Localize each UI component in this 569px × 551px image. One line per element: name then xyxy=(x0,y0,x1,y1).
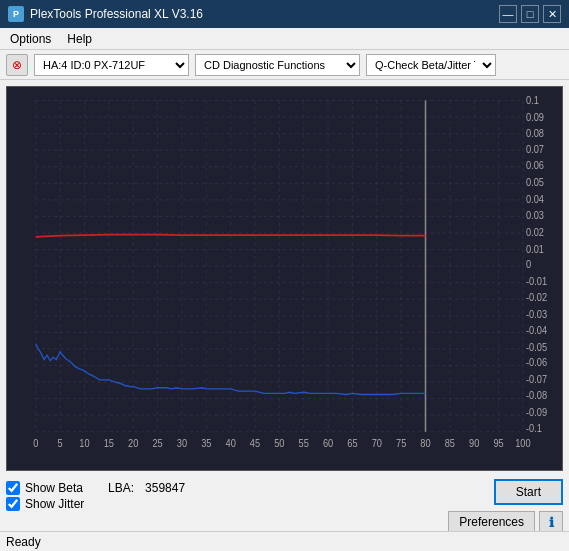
bottom-buttons: Preferences ℹ xyxy=(448,511,563,533)
svg-text:0.08: 0.08 xyxy=(526,127,544,138)
svg-text:70: 70 xyxy=(372,438,383,449)
svg-text:0.01: 0.01 xyxy=(526,243,544,254)
svg-text:40: 40 xyxy=(226,438,237,449)
svg-text:20: 20 xyxy=(128,438,139,449)
right-panel: Start Preferences ℹ xyxy=(448,477,563,533)
svg-text:0: 0 xyxy=(526,259,532,270)
svg-text:-0.07: -0.07 xyxy=(526,374,547,385)
lba-value: 359847 xyxy=(145,481,185,495)
svg-text:-0.02: -0.02 xyxy=(526,292,547,303)
svg-text:25: 25 xyxy=(152,438,162,449)
show-jitter-label: Show Jitter xyxy=(25,497,84,511)
svg-text:0: 0 xyxy=(33,438,39,449)
show-jitter-row: Show Jitter xyxy=(6,497,185,511)
svg-text:0.07: 0.07 xyxy=(526,144,544,155)
show-jitter-checkbox[interactable] xyxy=(6,497,20,511)
show-beta-label: Show Beta xyxy=(25,481,83,495)
svg-text:65: 65 xyxy=(347,438,357,449)
main-content: High Low xyxy=(0,80,569,551)
status-bar: Ready xyxy=(0,531,569,551)
info-button[interactable]: ℹ xyxy=(539,511,563,533)
svg-text:-0.05: -0.05 xyxy=(526,341,547,352)
svg-text:50: 50 xyxy=(274,438,285,449)
title-bar: P PlexTools Professional XL V3.16 — □ ✕ xyxy=(0,0,569,28)
svg-text:-0.09: -0.09 xyxy=(526,407,547,418)
svg-text:-0.08: -0.08 xyxy=(526,390,547,401)
svg-text:75: 75 xyxy=(396,438,406,449)
svg-text:80: 80 xyxy=(420,438,431,449)
svg-text:-0.01: -0.01 xyxy=(526,276,547,287)
function-select[interactable]: CD Diagnostic Functions xyxy=(195,54,360,76)
svg-rect-0 xyxy=(7,87,562,470)
chart-svg: 0.1 0.09 0.08 0.07 0.06 0.05 0.04 0.03 0… xyxy=(7,87,562,470)
svg-text:45: 45 xyxy=(250,438,260,449)
menu-help[interactable]: Help xyxy=(61,30,98,48)
svg-text:-0.06: -0.06 xyxy=(526,357,547,368)
svg-text:100: 100 xyxy=(515,438,531,449)
svg-text:-0.1: -0.1 xyxy=(526,422,542,433)
svg-text:85: 85 xyxy=(445,438,455,449)
window-title: PlexTools Professional XL V3.16 xyxy=(30,7,203,21)
svg-text:30: 30 xyxy=(177,438,188,449)
svg-text:0.05: 0.05 xyxy=(526,177,544,188)
svg-text:0.1: 0.1 xyxy=(526,94,539,105)
svg-text:0.06: 0.06 xyxy=(526,160,544,171)
svg-text:60: 60 xyxy=(323,438,334,449)
menu-options[interactable]: Options xyxy=(4,30,57,48)
drive-select[interactable]: HA:4 ID:0 PX-712UF xyxy=(34,54,189,76)
svg-text:15: 15 xyxy=(104,438,114,449)
svg-text:90: 90 xyxy=(469,438,480,449)
drive-button[interactable]: ⊗ xyxy=(6,54,28,76)
minimize-button[interactable]: — xyxy=(499,5,517,23)
close-button[interactable]: ✕ xyxy=(543,5,561,23)
lba-label: LBA: xyxy=(108,481,134,495)
svg-text:0.09: 0.09 xyxy=(526,111,544,122)
menu-bar: Options Help xyxy=(0,28,569,50)
svg-text:95: 95 xyxy=(493,438,503,449)
preferences-button[interactable]: Preferences xyxy=(448,511,535,533)
window-controls: — □ ✕ xyxy=(499,5,561,23)
svg-text:5: 5 xyxy=(58,438,63,449)
svg-text:-0.03: -0.03 xyxy=(526,309,547,320)
svg-text:0.03: 0.03 xyxy=(526,209,544,220)
show-beta-checkbox[interactable] xyxy=(6,481,20,495)
svg-text:0.04: 0.04 xyxy=(526,194,545,205)
maximize-button[interactable]: □ xyxy=(521,5,539,23)
svg-text:0.02: 0.02 xyxy=(526,226,544,237)
svg-text:10: 10 xyxy=(79,438,90,449)
show-beta-row: Show Beta LBA: 359847 xyxy=(6,481,185,495)
test-select[interactable]: Q-Check Beta/Jitter Test xyxy=(366,54,496,76)
svg-text:55: 55 xyxy=(299,438,309,449)
status-text: Ready xyxy=(6,535,41,549)
app-icon: P xyxy=(8,6,24,22)
start-button[interactable]: Start xyxy=(494,479,563,505)
toolbar: ⊗ HA:4 ID:0 PX-712UF CD Diagnostic Funct… xyxy=(0,50,569,80)
chart-area: High Low xyxy=(6,86,563,471)
svg-text:35: 35 xyxy=(201,438,211,449)
svg-text:-0.04: -0.04 xyxy=(526,324,548,335)
